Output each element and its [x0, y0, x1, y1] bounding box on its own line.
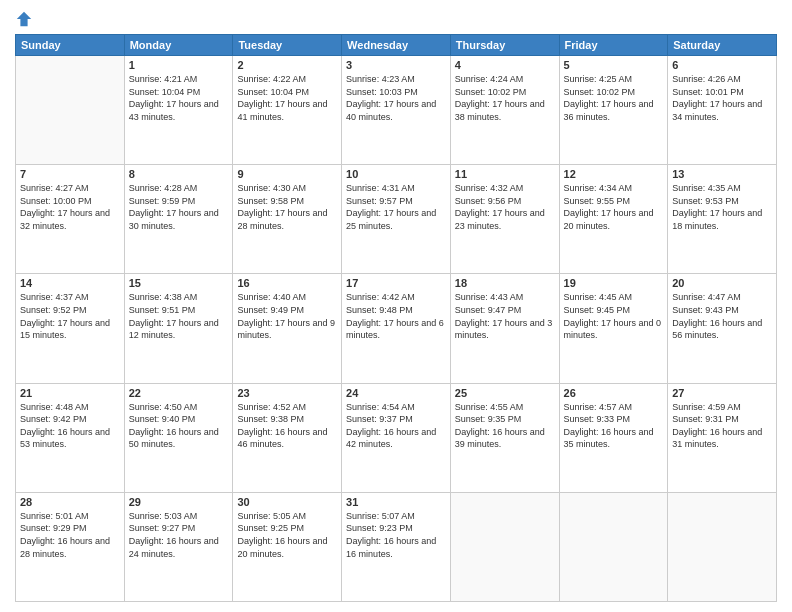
- day-number: 20: [672, 277, 772, 289]
- calendar-cell: 13Sunrise: 4:35 AMSunset: 9:53 PMDayligh…: [668, 165, 777, 274]
- day-number: 16: [237, 277, 337, 289]
- day-number: 9: [237, 168, 337, 180]
- day-number: 27: [672, 387, 772, 399]
- day-info: Sunrise: 4:38 AMSunset: 9:51 PMDaylight:…: [129, 291, 229, 341]
- logo: [15, 10, 37, 28]
- day-info: Sunrise: 4:42 AMSunset: 9:48 PMDaylight:…: [346, 291, 446, 341]
- day-number: 26: [564, 387, 664, 399]
- day-number: 2: [237, 59, 337, 71]
- calendar-page: Sunday Monday Tuesday Wednesday Thursday…: [0, 0, 792, 612]
- calendar-cell: [668, 492, 777, 601]
- day-number: 12: [564, 168, 664, 180]
- calendar-header-row: Sunday Monday Tuesday Wednesday Thursday…: [16, 35, 777, 56]
- calendar-cell: 30Sunrise: 5:05 AMSunset: 9:25 PMDayligh…: [233, 492, 342, 601]
- calendar-cell: 15Sunrise: 4:38 AMSunset: 9:51 PMDayligh…: [124, 274, 233, 383]
- day-number: 25: [455, 387, 555, 399]
- calendar-cell: [559, 492, 668, 601]
- day-info: Sunrise: 4:57 AMSunset: 9:33 PMDaylight:…: [564, 401, 664, 451]
- col-thursday: Thursday: [450, 35, 559, 56]
- calendar-cell: 3Sunrise: 4:23 AMSunset: 10:03 PMDayligh…: [342, 56, 451, 165]
- col-friday: Friday: [559, 35, 668, 56]
- calendar-cell: 4Sunrise: 4:24 AMSunset: 10:02 PMDayligh…: [450, 56, 559, 165]
- calendar-cell: [450, 492, 559, 601]
- calendar-cell: 9Sunrise: 4:30 AMSunset: 9:58 PMDaylight…: [233, 165, 342, 274]
- calendar-cell: [16, 56, 125, 165]
- calendar-cell: 29Sunrise: 5:03 AMSunset: 9:27 PMDayligh…: [124, 492, 233, 601]
- col-wednesday: Wednesday: [342, 35, 451, 56]
- calendar-cell: 27Sunrise: 4:59 AMSunset: 9:31 PMDayligh…: [668, 383, 777, 492]
- day-info: Sunrise: 4:34 AMSunset: 9:55 PMDaylight:…: [564, 182, 664, 232]
- day-info: Sunrise: 4:52 AMSunset: 9:38 PMDaylight:…: [237, 401, 337, 451]
- calendar-cell: 25Sunrise: 4:55 AMSunset: 9:35 PMDayligh…: [450, 383, 559, 492]
- calendar-cell: 28Sunrise: 5:01 AMSunset: 9:29 PMDayligh…: [16, 492, 125, 601]
- day-info: Sunrise: 4:43 AMSunset: 9:47 PMDaylight:…: [455, 291, 555, 341]
- calendar-cell: 20Sunrise: 4:47 AMSunset: 9:43 PMDayligh…: [668, 274, 777, 383]
- day-info: Sunrise: 4:26 AMSunset: 10:01 PMDaylight…: [672, 73, 772, 123]
- day-number: 28: [20, 496, 120, 508]
- day-number: 18: [455, 277, 555, 289]
- day-number: 24: [346, 387, 446, 399]
- day-info: Sunrise: 4:40 AMSunset: 9:49 PMDaylight:…: [237, 291, 337, 341]
- day-number: 14: [20, 277, 120, 289]
- day-info: Sunrise: 4:23 AMSunset: 10:03 PMDaylight…: [346, 73, 446, 123]
- calendar-cell: 2Sunrise: 4:22 AMSunset: 10:04 PMDayligh…: [233, 56, 342, 165]
- day-number: 19: [564, 277, 664, 289]
- day-number: 3: [346, 59, 446, 71]
- day-info: Sunrise: 4:54 AMSunset: 9:37 PMDaylight:…: [346, 401, 446, 451]
- day-number: 31: [346, 496, 446, 508]
- day-number: 13: [672, 168, 772, 180]
- calendar-cell: 23Sunrise: 4:52 AMSunset: 9:38 PMDayligh…: [233, 383, 342, 492]
- calendar-cell: 16Sunrise: 4:40 AMSunset: 9:49 PMDayligh…: [233, 274, 342, 383]
- calendar-cell: 17Sunrise: 4:42 AMSunset: 9:48 PMDayligh…: [342, 274, 451, 383]
- day-info: Sunrise: 5:07 AMSunset: 9:23 PMDaylight:…: [346, 510, 446, 560]
- col-monday: Monday: [124, 35, 233, 56]
- calendar-week-row: 21Sunrise: 4:48 AMSunset: 9:42 PMDayligh…: [16, 383, 777, 492]
- calendar-cell: 31Sunrise: 5:07 AMSunset: 9:23 PMDayligh…: [342, 492, 451, 601]
- calendar-week-row: 28Sunrise: 5:01 AMSunset: 9:29 PMDayligh…: [16, 492, 777, 601]
- calendar-cell: 14Sunrise: 4:37 AMSunset: 9:52 PMDayligh…: [16, 274, 125, 383]
- day-number: 6: [672, 59, 772, 71]
- calendar-cell: 7Sunrise: 4:27 AMSunset: 10:00 PMDayligh…: [16, 165, 125, 274]
- day-info: Sunrise: 4:24 AMSunset: 10:02 PMDaylight…: [455, 73, 555, 123]
- day-info: Sunrise: 5:05 AMSunset: 9:25 PMDaylight:…: [237, 510, 337, 560]
- calendar-cell: 24Sunrise: 4:54 AMSunset: 9:37 PMDayligh…: [342, 383, 451, 492]
- col-tuesday: Tuesday: [233, 35, 342, 56]
- day-number: 21: [20, 387, 120, 399]
- page-header: [15, 10, 777, 28]
- day-info: Sunrise: 4:55 AMSunset: 9:35 PMDaylight:…: [455, 401, 555, 451]
- calendar-cell: 8Sunrise: 4:28 AMSunset: 9:59 PMDaylight…: [124, 165, 233, 274]
- day-info: Sunrise: 4:47 AMSunset: 9:43 PMDaylight:…: [672, 291, 772, 341]
- day-info: Sunrise: 4:37 AMSunset: 9:52 PMDaylight:…: [20, 291, 120, 341]
- day-info: Sunrise: 5:03 AMSunset: 9:27 PMDaylight:…: [129, 510, 229, 560]
- calendar-table: Sunday Monday Tuesday Wednesday Thursday…: [15, 34, 777, 602]
- calendar-week-row: 1Sunrise: 4:21 AMSunset: 10:04 PMDayligh…: [16, 56, 777, 165]
- calendar-cell: 11Sunrise: 4:32 AMSunset: 9:56 PMDayligh…: [450, 165, 559, 274]
- calendar-cell: 21Sunrise: 4:48 AMSunset: 9:42 PMDayligh…: [16, 383, 125, 492]
- day-number: 23: [237, 387, 337, 399]
- day-number: 29: [129, 496, 229, 508]
- day-info: Sunrise: 4:32 AMSunset: 9:56 PMDaylight:…: [455, 182, 555, 232]
- day-info: Sunrise: 4:21 AMSunset: 10:04 PMDaylight…: [129, 73, 229, 123]
- calendar-cell: 1Sunrise: 4:21 AMSunset: 10:04 PMDayligh…: [124, 56, 233, 165]
- day-number: 4: [455, 59, 555, 71]
- calendar-cell: 18Sunrise: 4:43 AMSunset: 9:47 PMDayligh…: [450, 274, 559, 383]
- day-number: 7: [20, 168, 120, 180]
- day-info: Sunrise: 4:28 AMSunset: 9:59 PMDaylight:…: [129, 182, 229, 232]
- day-info: Sunrise: 4:30 AMSunset: 9:58 PMDaylight:…: [237, 182, 337, 232]
- calendar-cell: 5Sunrise: 4:25 AMSunset: 10:02 PMDayligh…: [559, 56, 668, 165]
- day-info: Sunrise: 4:59 AMSunset: 9:31 PMDaylight:…: [672, 401, 772, 451]
- calendar-cell: 12Sunrise: 4:34 AMSunset: 9:55 PMDayligh…: [559, 165, 668, 274]
- calendar-cell: 26Sunrise: 4:57 AMSunset: 9:33 PMDayligh…: [559, 383, 668, 492]
- day-number: 17: [346, 277, 446, 289]
- calendar-week-row: 14Sunrise: 4:37 AMSunset: 9:52 PMDayligh…: [16, 274, 777, 383]
- calendar-cell: 10Sunrise: 4:31 AMSunset: 9:57 PMDayligh…: [342, 165, 451, 274]
- day-number: 1: [129, 59, 229, 71]
- calendar-cell: 22Sunrise: 4:50 AMSunset: 9:40 PMDayligh…: [124, 383, 233, 492]
- day-info: Sunrise: 4:45 AMSunset: 9:45 PMDaylight:…: [564, 291, 664, 341]
- day-info: Sunrise: 4:50 AMSunset: 9:40 PMDaylight:…: [129, 401, 229, 451]
- day-number: 30: [237, 496, 337, 508]
- day-number: 11: [455, 168, 555, 180]
- day-info: Sunrise: 4:31 AMSunset: 9:57 PMDaylight:…: [346, 182, 446, 232]
- col-saturday: Saturday: [668, 35, 777, 56]
- day-number: 5: [564, 59, 664, 71]
